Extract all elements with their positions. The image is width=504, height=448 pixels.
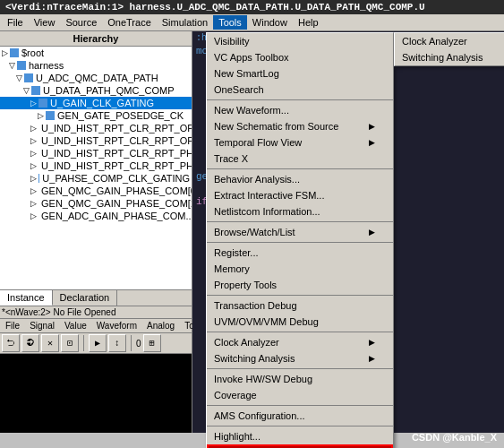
wf-btn-5[interactable]: ▶ bbox=[89, 334, 107, 352]
tree-item[interactable]: ▷U_IND_HIST_RPT_CLR_RPT_OFFS... bbox=[0, 122, 192, 134]
menu-entry-label: Extract Interactive FSM... bbox=[214, 190, 324, 201]
menu-view[interactable]: View bbox=[29, 15, 61, 30]
menu-entry-memory[interactable]: Memory bbox=[207, 261, 393, 277]
menu-simulation[interactable]: Simulation bbox=[157, 15, 213, 30]
menu-entry-uvm-ovm-vmm-debug[interactable]: UVM/OVM/VMM Debug bbox=[207, 314, 393, 330]
wf-analog[interactable]: Analog bbox=[143, 320, 178, 332]
tree-item[interactable]: ▽U_DATA_PATH_QMC_COMP bbox=[0, 84, 192, 97]
menu-separator bbox=[207, 242, 393, 243]
tree-item[interactable]: ▷GEN_ADC_GAIN_PHASE_COM... bbox=[0, 210, 192, 222]
tree-item-label: $root bbox=[21, 47, 44, 58]
menu-window[interactable]: Window bbox=[247, 15, 293, 30]
sep bbox=[83, 335, 84, 351]
wf-file[interactable]: File bbox=[2, 320, 23, 332]
hierarchy-label: Hierarchy bbox=[73, 33, 119, 44]
left-panel: Hierarchy ▷$root▽harness▽U_ADC_QMC_DATA_… bbox=[0, 31, 192, 433]
menu-separator bbox=[207, 221, 393, 222]
menu-entry-behavior-analysis---[interactable]: Behavior Analysis... bbox=[207, 171, 393, 187]
tab-bar: Instance Declaration bbox=[0, 290, 192, 306]
tree-item[interactable]: ▽harness bbox=[0, 59, 192, 72]
tree-item[interactable]: ▷U_GAIN_CLK_GATING bbox=[0, 97, 192, 109]
wf-signal[interactable]: Signal bbox=[26, 320, 58, 332]
title-bar: <Verdi:nTraceMain:1> harness.U_ADC_QMC_D… bbox=[0, 0, 504, 14]
tree-expand-icon: ▷ bbox=[30, 136, 37, 145]
menu-entry-switching-analysis[interactable]: Switching Analysis▶ bbox=[207, 350, 393, 366]
wf-btn-2[interactable]: ⮊ bbox=[21, 334, 39, 352]
tree-expand-icon: ▷ bbox=[30, 99, 37, 108]
menu-entry-transaction-debug[interactable]: Transaction Debug bbox=[207, 297, 393, 314]
tab-instance[interactable]: Instance bbox=[0, 290, 53, 306]
menu-entry-visibility[interactable]: Visibility bbox=[207, 33, 393, 49]
tree-item-label: harness bbox=[29, 60, 64, 71]
tree-item[interactable]: ▷GEN_QMC_GAIN_PHASE_COM[1] bbox=[0, 197, 192, 210]
submenu-switching-analysis[interactable]: Switching Analysis bbox=[395, 49, 504, 65]
menu-entry-new-schematic-from-source[interactable]: New Schematic from Source▶ bbox=[207, 118, 393, 134]
tree-item[interactable]: ▷GEN_QMC_GAIN_PHASE_COM[0] bbox=[0, 185, 192, 197]
menu-entry-property-tools[interactable]: Property Tools bbox=[207, 277, 393, 293]
tree-item-label: GEN_QMC_GAIN_PHASE_COM[1] bbox=[41, 198, 192, 209]
menu-entry-label: AMS Configuration... bbox=[214, 410, 305, 421]
instance-icon bbox=[38, 99, 47, 108]
wf-btn-4[interactable]: ⊡ bbox=[61, 334, 79, 352]
tree-item[interactable]: ▷U_IND_HIST_RPT_CLR_RPT_PHAS... bbox=[0, 147, 192, 159]
tree-item-label: U_IND_HIST_RPT_CLR_RPT_OFFS... bbox=[41, 135, 192, 146]
menu-entry-new-smartlog[interactable]: New SmartLog bbox=[207, 65, 393, 82]
menu-entry-netlistcom-information---[interactable]: Netlistcom Information... bbox=[207, 203, 393, 220]
menu-entry-onesearch[interactable]: OneSearch bbox=[207, 82, 393, 98]
wf-value[interactable]: Value bbox=[61, 320, 90, 332]
menu-entry-ams-configuration---[interactable]: AMS Configuration... bbox=[207, 408, 393, 424]
menu-file[interactable]: File bbox=[2, 15, 29, 30]
menu-separator bbox=[207, 99, 393, 100]
tree-expand-icon: ▽ bbox=[16, 73, 22, 82]
wf-btn-3[interactable]: ✕ bbox=[41, 334, 59, 352]
tools-menu[interactable]: VisibilityVC Apps ToolboxNew SmartLogOne… bbox=[206, 32, 394, 448]
tree-item-label: U_DATA_PATH_QMC_COMP bbox=[43, 85, 175, 96]
menu-entry-coverage[interactable]: Coverage bbox=[207, 387, 393, 403]
menu-submenu-arrow: ▶ bbox=[369, 338, 375, 347]
menu-source[interactable]: Source bbox=[60, 15, 102, 30]
wf-btn-7[interactable]: ⊞ bbox=[143, 334, 161, 352]
wf-waveform[interactable]: Waveform bbox=[93, 320, 141, 332]
menu-onetrace[interactable]: OneTrace bbox=[102, 15, 157, 30]
menu-entry-label: UVM/OVM/VMM Debug bbox=[214, 316, 319, 327]
tab-declaration[interactable]: Declaration bbox=[53, 290, 118, 306]
tree-area[interactable]: ▷$root▽harness▽U_ADC_QMC_DATA_PATH▽U_DAT… bbox=[0, 47, 192, 289]
menu-help[interactable]: Help bbox=[293, 15, 324, 30]
tree-expand-icon: ▷ bbox=[30, 199, 37, 208]
no-file-text: *<nWave:2> No File Opened bbox=[2, 307, 115, 317]
tree-item[interactable]: ▷U_IND_HIST_RPT_CLR_RPT_OFFS... bbox=[0, 134, 192, 147]
wf-count: 0 bbox=[136, 339, 141, 349]
tree-item[interactable]: ▽U_ADC_QMC_DATA_PATH bbox=[0, 72, 192, 84]
menu-entry-invoke-hw-sw-debug[interactable]: Invoke HW/SW Debug bbox=[207, 371, 393, 387]
menu-bar: File View Source OneTrace Simulation Too… bbox=[0, 14, 504, 31]
wf-btn-1[interactable]: ⮌ bbox=[2, 334, 20, 352]
menu-entry-preferences---[interactable]: Preferences... bbox=[207, 444, 393, 448]
menu-entry-clock-analyzer[interactable]: Clock Analyzer▶ bbox=[207, 334, 393, 350]
tree-expand-icon: ▷ bbox=[30, 211, 37, 220]
menu-entry-trace-x[interactable]: Trace X bbox=[207, 151, 393, 167]
menu-entry-highlight---[interactable]: Highlight... bbox=[207, 428, 393, 444]
tree-item[interactable]: ▷$root bbox=[0, 47, 192, 59]
tree-item-label: U_PAHSE_COMP_CLK_GATING bbox=[42, 173, 190, 184]
menu-entry-label: OneSearch bbox=[214, 84, 264, 95]
tree-item-label: GEN_ADC_GAIN_PHASE_COM... bbox=[41, 211, 192, 221]
menu-entry-label: Trace X bbox=[214, 153, 248, 164]
tree-expand-icon: ▷ bbox=[30, 161, 37, 170]
tree-item[interactable]: ▷GEN_GATE_POSEDGE_CK bbox=[0, 109, 192, 122]
menu-entry-register---[interactable]: Register... bbox=[207, 245, 393, 261]
submenu-clock-analyzer[interactable]: Clock Analyzer bbox=[395, 33, 504, 49]
tree-expand-icon: ▷ bbox=[2, 48, 8, 57]
menu-entry-extract-interactive-fsm---[interactable]: Extract Interactive FSM... bbox=[207, 187, 393, 203]
instance-icon bbox=[24, 73, 33, 82]
menu-entry-vc-apps-toolbox[interactable]: VC Apps Toolbox bbox=[207, 49, 393, 65]
menu-entry-browse-watch-list[interactable]: Browse/Watch/List▶ bbox=[207, 224, 393, 240]
clock-submenu[interactable]: Clock Analyzer Switching Analysis bbox=[394, 32, 504, 66]
sep2 bbox=[131, 335, 132, 351]
tree-item[interactable]: ▷U_PAHSE_COMP_CLK_GATING bbox=[0, 172, 192, 185]
menu-tools[interactable]: Tools bbox=[213, 15, 247, 30]
menu-entry-temporal-flow-view[interactable]: Temporal Flow View▶ bbox=[207, 134, 393, 151]
tree-expand-icon: ▷ bbox=[30, 186, 37, 195]
tree-item[interactable]: ▷U_IND_HIST_RPT_CLR_RPT_PHAS... bbox=[0, 159, 192, 172]
menu-entry-new-waveform---[interactable]: New Waveform... bbox=[207, 102, 393, 118]
wf-btn-6[interactable]: ↕ bbox=[108, 334, 126, 352]
